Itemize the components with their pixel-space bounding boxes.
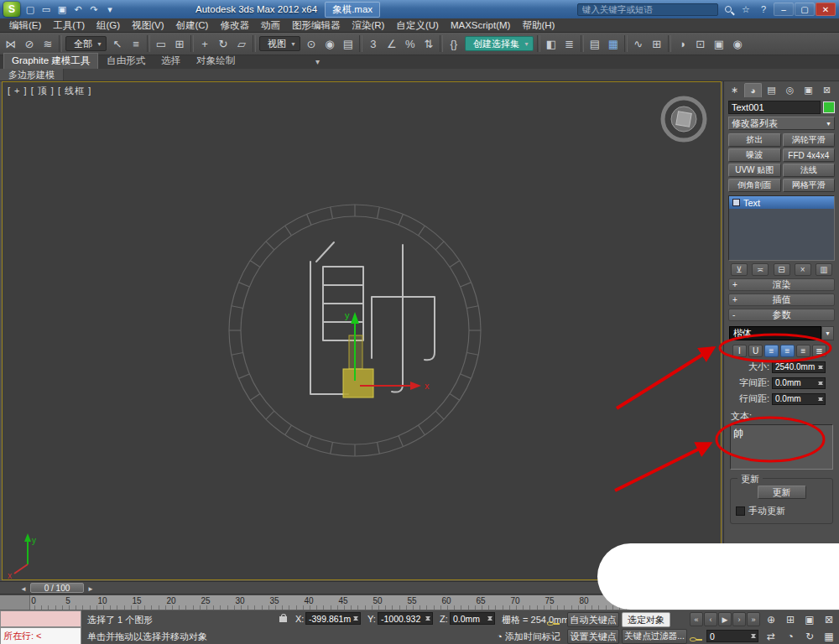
modifier-button[interactable]: 网格平滑 bbox=[783, 179, 836, 192]
set-key-button[interactable]: 设置关键点 bbox=[567, 629, 619, 644]
italic-button[interactable]: I bbox=[732, 345, 747, 357]
zoom-all-button[interactable]: ⊞ bbox=[781, 611, 800, 627]
qat-save-button[interactable]: ▣ bbox=[55, 3, 70, 16]
go-to-end-button[interactable]: » bbox=[747, 612, 760, 626]
mirror-button[interactable]: ◧ bbox=[542, 34, 560, 53]
zoom-extents-button[interactable]: ▣ bbox=[800, 611, 819, 627]
time-slider-handle[interactable]: 0 / 100 bbox=[30, 583, 84, 593]
frame-back-arrow[interactable]: ◄ bbox=[18, 584, 29, 594]
kerning-spinner[interactable]: 0.0mm bbox=[772, 377, 826, 389]
tab-graphite-modeling[interactable]: Graphite 建模工具 bbox=[3, 53, 98, 69]
select-and-link-button[interactable]: ⋈ bbox=[2, 34, 20, 53]
menu-item[interactable]: 修改器 bbox=[214, 19, 255, 32]
zoom-region-button[interactable]: ⊠ bbox=[820, 611, 838, 627]
menu-item[interactable]: 创建(C) bbox=[169, 19, 214, 32]
frame-forward-arrow[interactable]: ► bbox=[86, 584, 96, 594]
selection-filter-dropdown[interactable]: 全部▼ bbox=[65, 36, 107, 51]
tab-display[interactable]: ▣ bbox=[800, 83, 817, 97]
menu-item[interactable]: 帮助(H) bbox=[516, 19, 560, 32]
keyboard-override-button[interactable]: ▤ bbox=[339, 34, 357, 53]
select-and-scale-button[interactable]: ▱ bbox=[232, 34, 251, 53]
rollout-render[interactable]: +渲染 bbox=[728, 278, 835, 291]
configure-modifier-sets-button[interactable]: ▥ bbox=[816, 263, 832, 276]
qat-open-button[interactable]: ▭ bbox=[39, 3, 54, 16]
z-coord-field[interactable]: 0.0mm bbox=[450, 612, 495, 625]
named-selection-dropdown[interactable]: 创建选择集▼ bbox=[465, 36, 534, 51]
auto-key-button[interactable]: 自动关键点 bbox=[567, 612, 619, 627]
select-and-move-button[interactable]: + bbox=[195, 34, 214, 53]
align-left-button[interactable]: ≡ bbox=[764, 345, 779, 357]
align-center-button[interactable]: ≡ bbox=[780, 345, 795, 357]
tab-motion[interactable]: ◎ bbox=[781, 83, 799, 97]
select-by-name-button[interactable]: ≡ bbox=[127, 34, 145, 53]
rendered-frame-button[interactable]: ▣ bbox=[710, 34, 728, 53]
menu-item[interactable]: 自定义(U) bbox=[390, 19, 444, 32]
modifier-stack[interactable]: Text bbox=[728, 195, 835, 261]
add-time-tag[interactable]: ◔添加时间标记 bbox=[497, 631, 560, 643]
qat-undo-button[interactable]: ↶ bbox=[70, 3, 86, 16]
tab-hierarchy[interactable]: ▤ bbox=[763, 83, 780, 97]
y-coord-field[interactable]: -1000.932 bbox=[378, 612, 433, 625]
maxscript-mini-listener[interactable]: 所在行: < bbox=[0, 627, 81, 644]
tab-modify[interactable]: ◕ bbox=[744, 83, 762, 97]
close-button[interactable]: ✕ bbox=[816, 3, 836, 16]
modifier-button[interactable]: 涡轮平滑 bbox=[783, 133, 836, 147]
menu-item[interactable]: 动画 bbox=[255, 19, 286, 32]
menu-item[interactable]: 渲染(R) bbox=[346, 19, 390, 32]
help-icon[interactable]: ? bbox=[756, 3, 771, 16]
maximize-viewport-button[interactable]: ▦ bbox=[820, 628, 838, 644]
window-crossing-button[interactable]: ⊞ bbox=[170, 34, 189, 53]
search-input[interactable] bbox=[577, 3, 718, 16]
make-unique-button[interactable]: ⊟ bbox=[774, 263, 790, 276]
macro-recorder-field[interactable] bbox=[0, 610, 81, 627]
orbit-button[interactable]: ↻ bbox=[800, 628, 819, 644]
render-setup-button[interactable]: ⊡ bbox=[691, 34, 710, 53]
modifier-button[interactable]: 挤出 bbox=[728, 133, 781, 147]
move-gizmo[interactable]: x y bbox=[343, 310, 430, 397]
underline-button[interactable]: U bbox=[748, 345, 763, 357]
render-production-button[interactable]: ◉ bbox=[728, 34, 747, 53]
align-button[interactable]: ≣ bbox=[560, 34, 579, 53]
bind-to-space-warp-button[interactable]: ≋ bbox=[39, 34, 57, 53]
text-input-area[interactable]: 帥 bbox=[730, 424, 833, 470]
material-editor-button[interactable]: ◑ bbox=[673, 34, 691, 53]
layer-manager-button[interactable]: ▤ bbox=[586, 34, 604, 53]
zoom-button[interactable]: ⊕ bbox=[762, 611, 780, 627]
star-icon[interactable]: ☆ bbox=[738, 3, 753, 16]
select-object-button[interactable]: ↖ bbox=[108, 34, 127, 53]
menu-item[interactable]: 图形编辑器 bbox=[286, 19, 347, 32]
go-to-start-button[interactable]: « bbox=[690, 612, 703, 626]
angle-snap-button[interactable]: ∠ bbox=[383, 34, 401, 53]
rollout-parameters[interactable]: - 参数 bbox=[728, 309, 835, 321]
qat-workspace-dropdown[interactable]: ▾ bbox=[102, 3, 117, 16]
modifier-button[interactable]: UVW 贴图 bbox=[728, 164, 781, 177]
current-frame-field[interactable]: 0 bbox=[706, 630, 758, 642]
menu-item[interactable]: MAXScript(M) bbox=[445, 20, 517, 30]
field-of-view-button[interactable]: ◔ bbox=[781, 628, 800, 644]
size-spinner[interactable]: 2540.0mm bbox=[772, 361, 826, 373]
subtab-poly-modeling[interactable]: 多边形建模 bbox=[0, 69, 64, 80]
selected-objects-dropdown[interactable]: 选定对象 bbox=[622, 612, 670, 627]
reference-coordinate-dropdown[interactable]: 视图▼ bbox=[259, 36, 300, 51]
menu-item[interactable]: 编辑(E) bbox=[3, 19, 47, 32]
app-logo-icon[interactable]: S bbox=[3, 2, 20, 17]
graphite-toggle-button[interactable]: ▦ bbox=[604, 34, 623, 53]
justify-button[interactable]: ≣ bbox=[812, 345, 826, 357]
stack-item[interactable]: Text bbox=[729, 196, 834, 209]
object-color-swatch[interactable] bbox=[823, 101, 835, 113]
select-and-rotate-button[interactable]: ↻ bbox=[214, 34, 232, 53]
rollout-interpolation[interactable]: +插值 bbox=[728, 293, 835, 306]
font-dropdown[interactable]: 楷体 bbox=[729, 326, 821, 340]
modifier-button[interactable]: 噪波 bbox=[728, 148, 781, 162]
minimize-button[interactable]: – bbox=[774, 3, 794, 16]
tab-object-paint[interactable]: 对象绘制 bbox=[189, 54, 242, 69]
modifier-list-dropdown[interactable]: 修改器列表 ▼ bbox=[728, 117, 835, 130]
previous-frame-button[interactable]: ‹ bbox=[704, 612, 717, 626]
unlink-selection-button[interactable]: ⊘ bbox=[20, 34, 39, 53]
qat-new-button[interactable]: ▢ bbox=[23, 3, 38, 16]
play-button[interactable]: ▶ bbox=[718, 612, 732, 626]
snap-toggle-button[interactable]: 3 bbox=[364, 34, 383, 53]
tab-create[interactable]: ∗ bbox=[726, 83, 743, 97]
menu-item[interactable]: 组(G) bbox=[91, 19, 126, 32]
viewport-label[interactable]: [ + ] [ 顶 ] [ 线框 ] bbox=[8, 85, 91, 97]
